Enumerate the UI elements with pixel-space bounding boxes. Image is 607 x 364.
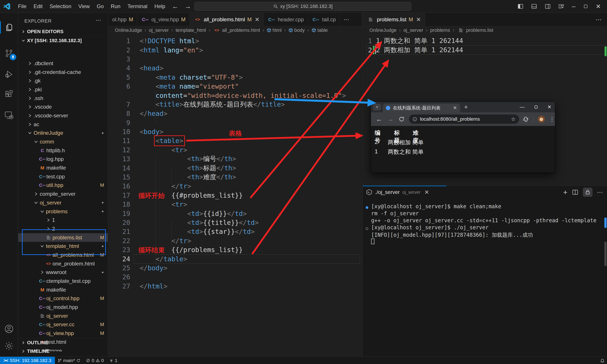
tree-item-2[interactable]: 2 — [18, 224, 108, 233]
sidebar-more-icon[interactable]: ⋯ — [95, 17, 101, 24]
browser-new-tab-icon[interactable]: + — [464, 103, 468, 111]
tree-item-log-hpp[interactable]: C++log.hpp — [18, 155, 108, 164]
tree-item-oj-control-hpp[interactable]: C++oj_control.hppM — [18, 294, 108, 303]
customize-layout-icon[interactable] — [558, 3, 564, 9]
terminal-more-icon[interactable]: ⋯ — [597, 189, 603, 196]
tab-oj-view-hpp[interactable]: C++oj_view.hppM — [137, 13, 189, 26]
browser-address-bar[interactable]: localhost:8080/all_problems ☆ — [409, 115, 519, 124]
tree-item-oj-view-hpp[interactable]: C++oj_view.hppM — [18, 329, 108, 338]
tab-close-icon[interactable]: ✕ — [416, 16, 421, 23]
breadcrumb-item-template-html[interactable]: template_html — [176, 27, 206, 33]
nav-forward-icon[interactable]: → — [181, 3, 194, 10]
browser-tab-search-icon[interactable]: ˅ — [373, 104, 381, 110]
terminal-scrollbar[interactable] — [604, 242, 607, 266]
toggle-panel-icon[interactable] — [531, 3, 537, 9]
notifications-bell-icon[interactable] — [600, 358, 605, 363]
git-branch-item[interactable]: main* — [55, 358, 83, 363]
problems-item[interactable]: 0 0 — [83, 358, 106, 363]
tab-tail-cp[interactable]: C++tail.cp — [308, 13, 340, 26]
nav-back-icon[interactable]: ← — [169, 3, 181, 10]
browser-tab-close-icon[interactable]: ✕ — [453, 105, 457, 111]
breadcrumb-item-oj-server[interactable]: oj_server — [404, 27, 423, 33]
tab-header-cpp[interactable]: C++header.cpp — [264, 13, 308, 26]
tab-all-problems-html[interactable]: <>all_problems.htmlM✕ — [190, 13, 264, 26]
breadcrumb-right[interactable]: OnlineJudge›oj_server›problems›problems.… — [363, 26, 607, 34]
menu-run[interactable]: Run — [107, 2, 124, 11]
tree-item--vscode-server[interactable]: .vscode-server — [18, 111, 108, 120]
browser-profile-avatar[interactable] — [538, 116, 545, 123]
menu-go[interactable]: Go — [93, 2, 107, 11]
tree-item-httplib-h[interactable]: Chttplib.h — [18, 146, 108, 155]
tree-item--gk[interactable]: .gk — [18, 76, 108, 85]
tree-item-oj-server[interactable]: oj_server — [18, 312, 108, 320]
tree-item-ctemplate-test-cpp[interactable]: C++ctemplate_test.cpp — [18, 277, 108, 286]
tab-overflow-icon[interactable]: ⋯ — [340, 13, 353, 26]
timeline-section[interactable]: TIMELINE — [18, 347, 108, 355]
browser-menu-kebab-icon[interactable]: ⋮ — [549, 116, 555, 123]
breadcrumb-item-problems-list[interactable]: problems.list — [457, 27, 493, 33]
tree-item--ssh[interactable]: .ssh — [18, 94, 108, 103]
browser-close-icon[interactable]: ✕ — [548, 104, 552, 110]
outline-section[interactable]: OUTLINE — [18, 338, 108, 347]
tab-problems-list[interactable]: problems.listM✕ — [363, 13, 425, 26]
browser-forward-icon[interactable]: → — [387, 116, 394, 123]
tree-item-problems[interactable]: problems• — [18, 207, 108, 216]
tree-item-makefile[interactable]: Mmakefile — [18, 163, 108, 172]
run-debug-icon[interactable] — [0, 66, 18, 82]
tree-item--vscode[interactable]: .vscode — [18, 103, 108, 111]
menu-terminal[interactable]: Terminal — [124, 2, 151, 11]
menu-view[interactable]: View — [75, 2, 93, 11]
breadcrumb-item-body[interactable]: body — [289, 27, 305, 33]
tree-item-oj-model-hpp[interactable]: C++oj_model.hpp — [18, 303, 108, 312]
command-center-search[interactable]: xy [SSH: 192.168.182.3] — [194, 2, 411, 11]
new-terminal-icon[interactable]: + — [563, 188, 567, 196]
settings-gear-icon[interactable] — [0, 338, 18, 354]
breadcrumb-item-problems[interactable]: problems — [430, 27, 450, 33]
tab-ol-hpp[interactable]: ol.hppM — [108, 13, 137, 26]
terminal-output[interactable]: [xy@localhost oj_server]$ make clean;mak… — [363, 201, 607, 356]
site-info-icon[interactable] — [412, 117, 417, 122]
breadcrumb-item-oj-server[interactable]: oj_server — [149, 27, 169, 33]
open-editors-section[interactable]: OPEN EDITORS — [18, 27, 108, 36]
breadcrumb[interactable]: OnlineJudge›oj_server›template_html›<>al… — [108, 26, 362, 34]
menu-selection[interactable]: Selection — [46, 2, 75, 11]
tree-item-ac[interactable]: ac — [18, 120, 108, 129]
tree-item-makefile[interactable]: Mmakefile — [18, 286, 108, 294]
browser-maximize-icon[interactable] — [534, 105, 538, 109]
toggle-sidebar-icon[interactable] — [517, 3, 524, 9]
terminal-close-icon[interactable]: ✕ — [424, 189, 429, 196]
tree-item-comm[interactable]: comm — [18, 137, 108, 146]
extensions-puzzle-icon[interactable] — [523, 116, 529, 122]
tree-item-one-problem-html[interactable]: <>one_problem.html — [18, 259, 108, 268]
workspace-root-section[interactable]: XY [SSH: 192.168.182.3] — [18, 36, 108, 45]
menu-file[interactable]: File — [14, 2, 30, 11]
window-maximize-icon[interactable] — [583, 4, 588, 9]
editor-actions-more-icon[interactable]: ⋯ — [595, 16, 602, 23]
tree-item-oj-server-cc[interactable]: C++oj_server.ccM — [18, 320, 108, 329]
tree-item--git-credential-cache[interactable]: .git-credential-cache — [18, 68, 108, 77]
bookmark-star-icon[interactable]: ☆ — [511, 116, 516, 122]
menu-help[interactable]: Help — [151, 2, 169, 11]
window-close-icon[interactable]: ✕ — [596, 3, 601, 10]
remote-indicator[interactable]: >< SSH: 192.168.182.3 — [0, 357, 55, 364]
menu-edit[interactable]: Edit — [30, 2, 46, 11]
breadcrumb-item-all-problems-html[interactable]: <>all_problems.html — [213, 27, 260, 33]
tree-item-oj-server[interactable]: oj_server• — [18, 198, 108, 207]
breadcrumb-item-OnlineJudge[interactable]: OnlineJudge — [369, 27, 397, 33]
account-icon[interactable] — [0, 321, 18, 337]
tree-item-problems-list[interactable]: problems.listM — [18, 233, 108, 242]
browser-minimize-icon[interactable]: — — [520, 104, 525, 110]
tree-item-compile-server[interactable]: compile_server — [18, 190, 108, 198]
toggle-secondary-sidebar-icon[interactable] — [545, 3, 551, 9]
tree-item-OnlineJudge[interactable]: OnlineJudge• — [18, 129, 108, 138]
explorer-icon[interactable] — [0, 20, 18, 35]
browser-reload-icon[interactable] — [399, 116, 405, 122]
remote-explorer-icon[interactable] — [0, 107, 18, 123]
split-terminal-icon[interactable] — [572, 189, 579, 195]
window-minimize-icon[interactable]: – — [572, 3, 576, 10]
tree-item--dbclient[interactable]: .dbclient — [18, 59, 108, 68]
browser-back-icon[interactable]: ← — [376, 116, 382, 123]
extensions-icon[interactable] — [0, 87, 18, 103]
tree-item--pki[interactable]: .pki — [18, 85, 108, 94]
tree-item-all-problems-html[interactable]: <>all_problems.htmlM — [18, 251, 108, 259]
